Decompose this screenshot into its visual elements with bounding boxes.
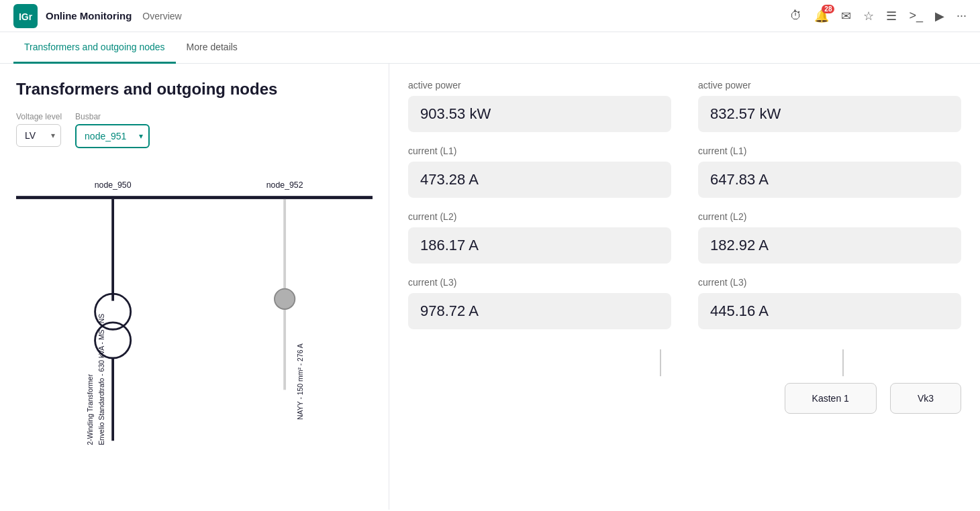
app-title: Online Monitoring <box>46 10 132 21</box>
node-952-label: node_952 <box>266 180 303 190</box>
current-l2-value-1: 186.17 A <box>408 227 671 264</box>
metric-current-l1-left: current (L1) 473.28 A <box>408 146 671 198</box>
vertical-line-transformer <box>111 199 114 301</box>
current-l3-value-1: 978.72 A <box>408 293 671 329</box>
current-l1-label-1: current (L1) <box>408 146 671 156</box>
diagram-svg: node_950 node_952 2-Winding Transformer … <box>16 164 373 453</box>
star-icon[interactable]: ☆ <box>863 9 874 23</box>
app-logo: IGr <box>13 4 38 28</box>
current-l3-value-2: 445.16 A <box>698 293 961 329</box>
tab-more-details[interactable]: More details <box>176 32 248 64</box>
current-l1-value-1: 473.28 A <box>408 162 671 198</box>
right-panel: active power 903.53 kW active power 832.… <box>389 64 980 510</box>
play-icon[interactable]: ▶ <box>935 9 944 23</box>
metric-current-l2-left: current (L2) 186.17 A <box>408 211 671 264</box>
more-icon[interactable]: ··· <box>957 9 967 23</box>
current-l2-label-1: current (L2) <box>408 211 671 222</box>
app-subtitle: Overview <box>142 11 181 21</box>
svg-text:IGr: IGr <box>19 11 33 22</box>
mail-icon[interactable]: ✉ <box>841 9 851 23</box>
clock-icon[interactable]: ⏱ <box>790 9 802 23</box>
cable-label-text: NAYY - 150 mm² - 276 A <box>297 343 304 420</box>
tab-bar: Transformers and outgoing nodes More det… <box>0 32 980 64</box>
tab-transformers[interactable]: Transformers and outgoing nodes <box>13 32 176 64</box>
current-l1-label-2: current (L1) <box>698 146 961 156</box>
active-power-label-1: active power <box>408 80 671 91</box>
busbar-select-wrapper: node_951 node_950 node_952 ▾ <box>75 124 150 148</box>
network-diagram: node_950 node_952 2-Winding Transformer … <box>16 164 373 453</box>
current-l1-value-2: 647.83 A <box>698 162 961 198</box>
active-power-value-1: 903.53 kW <box>408 96 671 132</box>
bottom-nodes-row: Kasten 1 Vk3 <box>408 376 961 414</box>
kasten1-node[interactable]: Kasten 1 <box>785 383 877 414</box>
metric-current-l3-right: current (L3) 445.16 A <box>698 277 961 329</box>
busbar-horizontal <box>16 196 373 199</box>
bottom-line-left <box>660 349 661 376</box>
filter-row: Voltage level LV MV HV ▾ Busbar node_951… <box>16 112 373 148</box>
switch-symbol <box>275 289 295 309</box>
vertical-line-below-transformer <box>111 358 114 441</box>
bottom-line-right <box>842 349 844 376</box>
notification-badge: 28 <box>822 5 834 13</box>
transformer-label-text: 2-Winding Transformer <box>87 374 94 445</box>
metrics-grid: active power 903.53 kW active power 832.… <box>408 80 961 329</box>
bell-icon[interactable]: 🔔 28 <box>814 9 829 23</box>
node-950-label: node_950 <box>95 180 132 190</box>
voltage-select-wrapper: LV MV HV ▾ <box>16 124 62 147</box>
busbar-label: Busbar <box>75 112 150 121</box>
active-power-label-2: active power <box>698 80 961 91</box>
header-icons: ⏱ 🔔 28 ✉ ☆ ☰ >_ ▶ ··· <box>790 9 967 23</box>
metric-current-l2-right: current (L2) 182.92 A <box>698 211 961 264</box>
page-title: Transformers and outgoing nodes <box>16 80 373 99</box>
metric-current-l1-right: current (L1) 647.83 A <box>698 146 961 198</box>
voltage-select[interactable]: LV MV HV <box>16 124 61 147</box>
current-l3-label-1: current (L3) <box>408 277 671 288</box>
vk3-node[interactable]: Vk3 <box>890 383 961 414</box>
list-icon[interactable]: ☰ <box>886 9 897 23</box>
voltage-label: Voltage level <box>16 112 62 121</box>
metric-active-power-right: active power 832.57 kW <box>698 80 961 132</box>
voltage-filter-group: Voltage level LV MV HV ▾ <box>16 112 62 148</box>
metric-current-l3-left: current (L3) 978.72 A <box>408 277 671 329</box>
active-power-value-2: 832.57 kW <box>698 96 961 132</box>
current-l2-value-2: 182.92 A <box>698 227 961 264</box>
main-content: Transformers and outgoing nodes Voltage … <box>0 64 980 510</box>
terminal-icon[interactable]: >_ <box>909 9 923 23</box>
left-panel: Transformers and outgoing nodes Voltage … <box>0 64 389 510</box>
metric-active-power-left: active power 903.53 kW <box>408 80 671 132</box>
current-l2-label-2: current (L2) <box>698 211 961 222</box>
transformer-sub-text: Envelio Standardtrafo - 630 kVA - MS - N… <box>98 314 105 445</box>
current-l3-label-2: current (L3) <box>698 277 961 288</box>
app-header: IGr Online Monitoring Overview ⏱ 🔔 28 ✉ … <box>0 0 980 32</box>
busbar-filter-group: Busbar node_951 node_950 node_952 ▾ <box>75 112 150 148</box>
busbar-select[interactable]: node_951 node_950 node_952 <box>75 124 150 148</box>
